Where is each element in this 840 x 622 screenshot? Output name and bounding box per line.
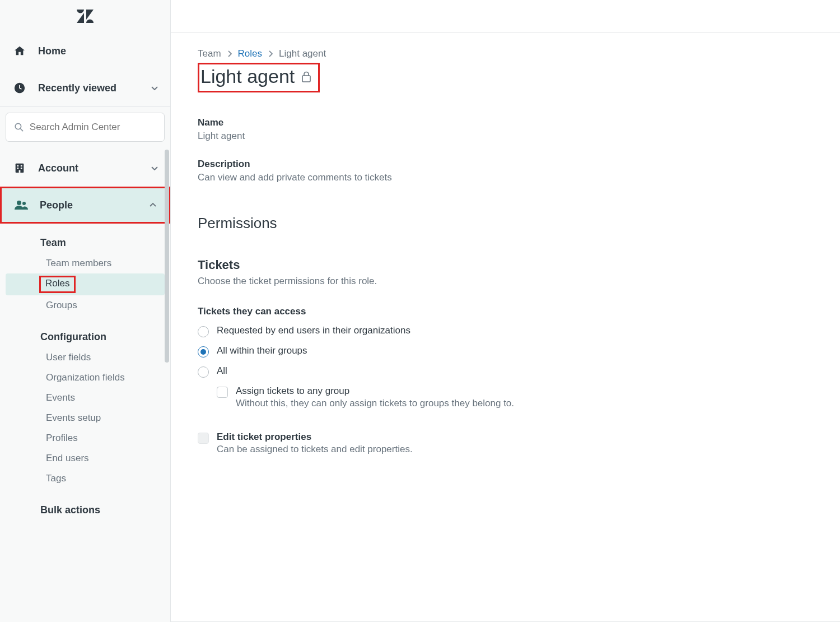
breadcrumb-team[interactable]: Team: [198, 48, 221, 59]
page-title: Light agent: [200, 66, 295, 87]
subnav-events[interactable]: Events: [6, 388, 165, 408]
search-input[interactable]: [30, 122, 156, 133]
tickets-desc: Choose the ticket permissions for this r…: [198, 276, 813, 287]
subnav-heading-configuration: Configuration: [0, 315, 170, 347]
lock-icon: [301, 71, 311, 82]
subnav-heading-bulk-actions: Bulk actions: [0, 489, 170, 521]
subnav-end-users[interactable]: End users: [6, 448, 165, 468]
svg-rect-8: [19, 170, 21, 173]
nav-recent-label: Recently viewed: [38, 82, 116, 94]
nav-recently-viewed[interactable]: Recently viewed: [0, 69, 170, 106]
name-value: Light agent: [198, 131, 813, 142]
content-area: Team Roles Light agent Light agent Name: [171, 33, 840, 622]
description-value: Can view and add private comments to tic…: [198, 172, 813, 183]
people-subnav: Team Team members Roles Groups Configura…: [0, 224, 170, 532]
radio-icon: [198, 346, 209, 358]
search-icon: [14, 122, 24, 133]
chevron-right-icon: [268, 50, 273, 57]
subnav-events-setup[interactable]: Events setup: [6, 408, 165, 428]
sidebar-section-people[interactable]: People: [0, 187, 170, 224]
radio-requested-by-org[interactable]: Requested by end users in their organiza…: [198, 325, 813, 337]
app-logo: [0, 0, 170, 33]
subnav-profiles[interactable]: Profiles: [6, 428, 165, 448]
breadcrumb-current: Light agent: [279, 48, 326, 59]
subnav-roles[interactable]: Roles: [6, 273, 165, 295]
checkbox-label: Assign tickets to any group: [236, 386, 514, 397]
nav-home-label: Home: [38, 45, 66, 57]
tickets-heading: Tickets: [198, 258, 813, 272]
checkbox-sublabel: Can be assigned to tickets and edit prop…: [217, 444, 413, 455]
radio-icon: [198, 366, 209, 378]
radio-all-within-groups[interactable]: All within their groups: [198, 345, 813, 358]
radio-icon: [198, 326, 209, 337]
sidebar-scrollbar[interactable]: [165, 150, 169, 363]
sidebar: Home Recently viewed: [0, 0, 171, 622]
svg-rect-5: [21, 165, 22, 167]
ticket-access-label: Tickets they can access: [198, 306, 813, 317]
sidebar-section-account[interactable]: Account: [0, 150, 170, 187]
checkbox-edit-ticket-properties[interactable]: Edit ticket properties Can be assigned t…: [198, 431, 813, 455]
home-icon: [13, 45, 26, 57]
breadcrumb: Team Roles Light agent: [198, 48, 813, 59]
description-label: Description: [198, 159, 813, 170]
svg-point-9: [17, 201, 21, 205]
checkbox-label: Edit ticket properties: [217, 431, 413, 443]
people-icon: [15, 199, 28, 211]
subnav-heading-team: Team: [0, 229, 170, 253]
svg-line-2: [20, 128, 22, 131]
chevron-down-icon: [150, 83, 159, 92]
radio-all[interactable]: All: [198, 365, 813, 378]
building-icon: [13, 162, 26, 174]
chevron-up-icon: [148, 201, 157, 210]
clock-icon: [13, 82, 26, 94]
subnav-groups[interactable]: Groups: [6, 295, 165, 315]
permissions-heading: Permissions: [198, 215, 813, 232]
breadcrumb-roles[interactable]: Roles: [238, 48, 262, 59]
subnav-tags[interactable]: Tags: [6, 468, 165, 489]
nav-home[interactable]: Home: [0, 33, 170, 69]
chevron-down-icon: [150, 164, 159, 173]
chevron-right-icon: [227, 50, 232, 57]
sidebar-people-label: People: [40, 199, 73, 211]
page-title-wrap: Light agent: [198, 63, 320, 92]
name-label: Name: [198, 117, 813, 128]
subnav-roles-label: Roles: [39, 276, 76, 293]
main: Team Roles Light agent Light agent Name: [171, 0, 840, 622]
svg-rect-7: [21, 168, 22, 169]
svg-point-10: [22, 202, 26, 205]
svg-rect-11: [302, 76, 310, 82]
topbar: [171, 0, 840, 33]
subnav-team-members[interactable]: Team members: [6, 253, 165, 273]
checkbox-icon: [198, 433, 209, 444]
zendesk-icon: [77, 10, 94, 23]
radio-label: All: [217, 365, 227, 377]
search-admin-center[interactable]: [6, 113, 165, 142]
checkbox-assign-any-group[interactable]: Assign tickets to any group Without this…: [217, 386, 813, 409]
subnav-user-fields[interactable]: User fields: [6, 347, 165, 368]
sidebar-account-label: Account: [38, 163, 78, 174]
radio-label: Requested by end users in their organiza…: [217, 325, 410, 336]
checkbox-sublabel: Without this, they can only assign ticke…: [236, 398, 514, 409]
checkbox-icon: [217, 387, 228, 398]
svg-rect-4: [17, 165, 18, 167]
subnav-organization-fields[interactable]: Organization fields: [6, 368, 165, 388]
svg-rect-6: [17, 168, 18, 169]
radio-label: All within their groups: [217, 345, 307, 356]
